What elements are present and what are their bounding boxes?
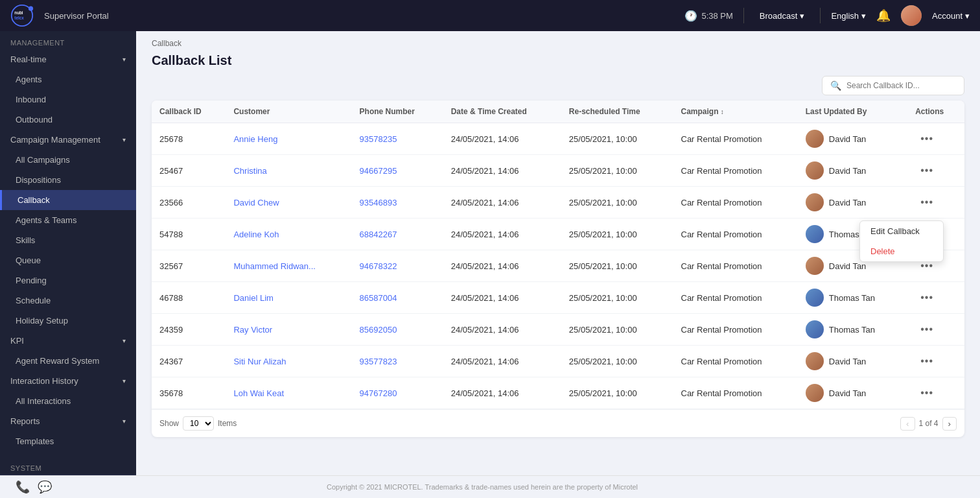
actions-menu-button[interactable]: ••• xyxy=(915,354,939,368)
col-callback-id: Callback ID xyxy=(152,101,226,123)
edit-callback-option[interactable]: Edit Callback xyxy=(860,221,943,241)
account-label: Account xyxy=(932,11,962,21)
sidebar-item-schedule[interactable]: Schedule xyxy=(0,290,136,311)
customer-link[interactable]: Siti Nur Alizah xyxy=(233,357,286,366)
actions-menu-button[interactable]: ••• xyxy=(915,163,939,178)
current-time: 5:38 PM xyxy=(701,11,732,21)
delete-callback-option[interactable]: Delete xyxy=(860,241,943,261)
cell-customer: Muhammed Ridwan... xyxy=(226,250,351,282)
interaction-chevron-icon: ▾ xyxy=(122,377,126,385)
prev-page-button[interactable]: ‹ xyxy=(900,417,915,431)
phone-link[interactable]: 68842267 xyxy=(360,230,397,239)
actions-menu-button[interactable]: ••• xyxy=(915,386,939,400)
cell-date-created: 24/05/2021, 14:06 xyxy=(443,155,561,187)
show-label: Show xyxy=(159,419,179,428)
actions-menu-button[interactable]: ••• xyxy=(915,132,939,146)
customer-link[interactable]: Christina xyxy=(233,166,266,176)
cell-actions: ••• xyxy=(907,346,964,377)
reports-label: Reports xyxy=(10,416,40,426)
cell-campaign: Car Rental Promotion xyxy=(673,187,798,219)
customer-link[interactable]: Muhammed Ridwan... xyxy=(233,261,315,271)
customer-link[interactable]: Loh Wai Keat xyxy=(233,388,284,398)
next-page-button[interactable]: › xyxy=(942,417,957,431)
customer-link[interactable]: Daniel Lim xyxy=(233,293,273,303)
user-avatar[interactable] xyxy=(901,5,922,26)
cell-date-created: 24/05/2021, 14:06 xyxy=(443,123,561,155)
table-header: Callback ID Customer Phone Number Date &… xyxy=(152,101,964,123)
sidebar-item-dispositions[interactable]: Dispositions xyxy=(0,170,136,190)
search-input[interactable] xyxy=(846,81,956,90)
cell-customer: Daniel Lim xyxy=(226,282,351,314)
phone-icon-button[interactable]: 📞 xyxy=(16,480,30,494)
table-row: 54788 Adeline Koh 68842267 24/05/2021, 1… xyxy=(152,219,964,250)
phone-link[interactable]: 85692050 xyxy=(360,325,397,335)
cell-actions: ••• xyxy=(907,187,964,219)
agent-name: David Tan xyxy=(829,357,867,366)
actions-menu-button[interactable]: ••• xyxy=(915,195,939,209)
show-control: Show 10 20 50 Items xyxy=(159,416,237,431)
cell-date-created: 24/05/2021, 14:06 xyxy=(443,377,561,409)
cell-agent: Thomas Tan xyxy=(798,282,907,314)
phone-link[interactable]: 94767280 xyxy=(360,388,397,398)
sidebar-item-all-campaigns[interactable]: All Campaigns xyxy=(0,150,136,170)
sidebar-item-outbound[interactable]: Outbound xyxy=(0,110,136,130)
actions-menu-button[interactable]: ••• xyxy=(915,290,939,305)
phone-link[interactable]: 94667295 xyxy=(360,166,397,176)
customer-link[interactable]: David Chew xyxy=(233,198,279,208)
copyright-text: Copyright © 2021 MICROTEL. Trademarks & … xyxy=(327,483,638,491)
agent-avatar xyxy=(806,289,824,307)
sidebar-item-templates[interactable]: Templates xyxy=(0,431,136,451)
language-button[interactable]: English ▾ xyxy=(831,11,866,21)
phone-link[interactable]: 94678322 xyxy=(360,261,397,271)
holiday-setup-label: Holiday Setup xyxy=(16,316,68,326)
kpi-group[interactable]: KPI ▾ xyxy=(0,331,136,351)
sidebar-item-agent-reward[interactable]: Agent Reward System xyxy=(0,351,136,371)
realtime-chevron-icon: ▾ xyxy=(122,56,126,63)
agent-avatar xyxy=(806,352,824,370)
notifications-button[interactable]: 🔔 xyxy=(876,8,891,23)
footer: 📞 💬 Copyright © 2021 MICROTEL. Trademark… xyxy=(0,475,980,498)
account-button[interactable]: Account ▾ xyxy=(932,11,970,21)
phone-link[interactable]: 93578235 xyxy=(360,134,397,144)
sidebar-item-skills[interactable]: Skills xyxy=(0,230,136,250)
customer-link[interactable]: Adeline Koh xyxy=(233,230,279,239)
sidebar-item-agents-teams[interactable]: Agents & Teams xyxy=(0,210,136,230)
campaign-group[interactable]: Campaign Management ▾ xyxy=(0,130,136,150)
avatar-image xyxy=(901,5,922,26)
agent-avatar xyxy=(806,130,824,148)
show-select[interactable]: 10 20 50 xyxy=(183,416,214,431)
phone-link[interactable]: 86587004 xyxy=(360,293,397,303)
actions-menu-button[interactable]: ••• xyxy=(915,322,939,337)
header-divider-2 xyxy=(820,8,821,23)
reports-group[interactable]: Reports ▾ xyxy=(0,411,136,431)
broadcast-button[interactable]: Broadcast ▾ xyxy=(754,8,810,23)
chat-icon-button[interactable]: 💬 xyxy=(38,480,52,494)
page-title: Callback List xyxy=(152,53,964,68)
sidebar-item-all-interactions[interactable]: All Interactions xyxy=(0,391,136,411)
logo: nubi telcx xyxy=(10,4,34,27)
phone-link[interactable]: 93546893 xyxy=(360,198,397,208)
interaction-history-group[interactable]: Interaction History ▾ xyxy=(0,371,136,391)
agent-avatar xyxy=(806,225,824,243)
cell-customer: Loh Wai Keat xyxy=(226,377,351,409)
cell-phone: 68842267 xyxy=(352,219,443,250)
sidebar-item-queue[interactable]: Queue xyxy=(0,250,136,270)
customer-link[interactable]: Annie Heng xyxy=(233,134,277,144)
sidebar-item-agents[interactable]: Agents xyxy=(0,69,136,89)
callback-table: Callback ID Customer Phone Number Date &… xyxy=(152,101,964,409)
table-row: 46788 Daniel Lim 86587004 24/05/2021, 14… xyxy=(152,282,964,314)
sidebar-item-pending[interactable]: Pending xyxy=(0,270,136,290)
cell-phone: 93546893 xyxy=(352,187,443,219)
sidebar-item-callback[interactable]: Callback xyxy=(0,190,136,210)
broadcast-chevron-icon: ▾ xyxy=(800,11,804,21)
col-customer: Customer xyxy=(226,101,351,123)
realtime-group[interactable]: Real-time ▾ xyxy=(0,49,136,69)
cell-campaign: Car Rental Promotion xyxy=(673,250,798,282)
interaction-history-label: Interaction History xyxy=(10,376,78,386)
customer-link[interactable]: Ray Victor xyxy=(233,325,272,335)
sidebar-item-holiday-setup[interactable]: Holiday Setup xyxy=(0,311,136,331)
sidebar-item-inbound[interactable]: Inbound xyxy=(0,89,136,110)
cell-actions: ••• xyxy=(907,123,964,155)
kpi-chevron-icon: ▾ xyxy=(122,337,126,344)
phone-link[interactable]: 93577823 xyxy=(360,357,397,366)
